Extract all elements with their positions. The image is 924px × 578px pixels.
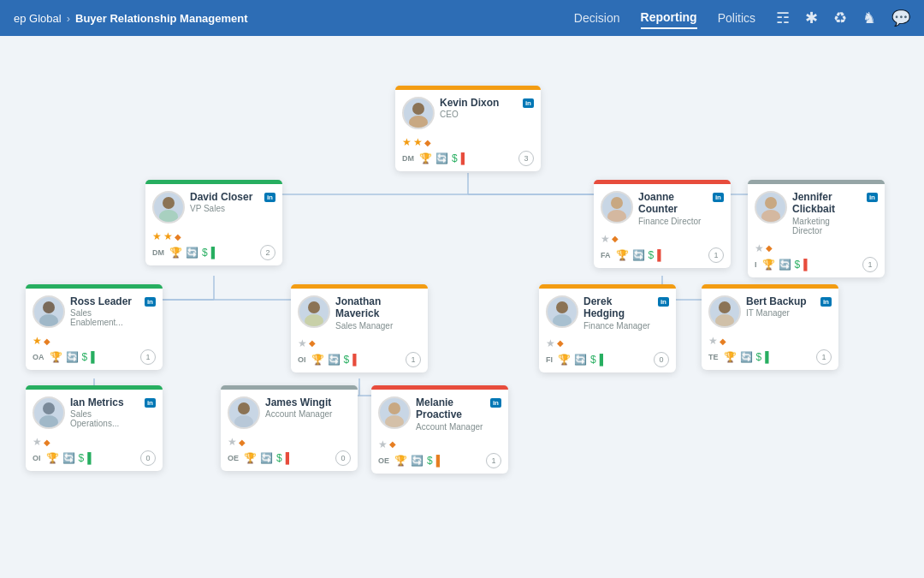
svg-point-35: [39, 314, 58, 326]
star-icon: ★: [402, 136, 412, 148]
avatar: [402, 97, 435, 129]
svg-point-32: [765, 197, 777, 209]
org-card-jennifer[interactable]: Jennifer Clickbait Marketing Director in…: [748, 180, 885, 277]
bar-icon: ▌: [461, 152, 469, 164]
org-card-kevin[interactable]: Kevin Dixon CEO in ★ ★ ◆ DM 🏆 🔄 $ ▌ 3: [395, 86, 541, 171]
card-code: DM: [402, 154, 414, 163]
card-stars: ★ ◆: [291, 336, 428, 349]
linkedin-button[interactable]: in: [264, 193, 275, 202]
card-code: OE: [228, 454, 239, 462]
svg-point-36: [308, 301, 320, 313]
dollar-icon: $: [202, 247, 208, 259]
card-stars: ★ ★ ◆: [145, 229, 282, 242]
org-card-jonathan[interactable]: Jonathan Maverick Sales Manager ★ ◆ OI 🏆…: [291, 284, 428, 372]
card-body: Melanie Proactive Account Manager in: [371, 390, 508, 437]
card-code: DM: [152, 248, 164, 257]
linkedin-button[interactable]: in: [490, 398, 501, 408]
refresh-icon: 🔄: [632, 249, 645, 261]
count-badge: 0: [140, 450, 156, 466]
card-code: FA: [601, 251, 611, 259]
dollar-icon: $: [756, 351, 762, 363]
chat-icon[interactable]: 💬: [891, 9, 910, 27]
diamond-icon: ◆: [557, 338, 564, 348]
card-stars: ★ ◆: [371, 437, 508, 450]
org-card-bert[interactable]: Bert Backup IT Manager in ★ ◆ TE 🏆 🔄 $ ▌…: [702, 284, 838, 370]
trophy-icon: 🏆: [419, 152, 432, 164]
asterisk-icon[interactable]: ✱: [805, 9, 818, 27]
breadcrumb-root[interactable]: ep Global: [14, 12, 62, 25]
nav-reporting[interactable]: Reporting: [641, 7, 697, 29]
org-card-ian[interactable]: Ian Metrics Sales Operations... in ★ ◆ O…: [26, 385, 163, 471]
count-badge: 3: [518, 151, 534, 166]
star-icon: ★: [708, 335, 718, 347]
bar-icon: ▌: [91, 351, 98, 363]
card-name: Ross Leader: [70, 295, 139, 307]
card-stars: ★ ◆: [26, 333, 163, 347]
bar-icon: ▌: [657, 249, 665, 261]
svg-point-42: [43, 402, 55, 414]
card-info: Melanie Proactive Account Manager: [416, 396, 485, 432]
star-icon: ★: [298, 337, 307, 349]
avatar: [228, 396, 260, 429]
card-stars: ★ ★ ◆: [395, 134, 541, 148]
card-stars: ★ ◆: [221, 434, 358, 448]
chess-icon[interactable]: ♞: [862, 9, 876, 27]
card-title: IT Manager: [746, 308, 815, 318]
org-card-james[interactable]: James Wingit Account Manager ★ ◆ OE 🏆 🔄 …: [221, 385, 358, 471]
svg-point-45: [234, 415, 253, 427]
dollar-icon: $: [344, 354, 350, 366]
linkedin-button[interactable]: in: [820, 297, 832, 307]
org-card-melanie[interactable]: Melanie Proactive Account Manager in ★ ◆…: [371, 385, 508, 474]
trophy-icon: 🏆: [558, 354, 571, 366]
linkedin-button[interactable]: in: [713, 193, 724, 202]
card-actions: DM 🏆 🔄 $ ▌ 2: [145, 242, 282, 265]
svg-point-27: [409, 116, 428, 128]
card-info: Bert Backup IT Manager: [746, 295, 815, 318]
nav-politics[interactable]: Politics: [718, 8, 755, 28]
dollar-icon: $: [590, 354, 596, 366]
card-info: Ross Leader Sales Enablement...: [70, 295, 139, 327]
star-icon: ★: [378, 438, 388, 450]
svg-point-33: [761, 210, 780, 222]
nav-decision[interactable]: Decision: [574, 8, 620, 28]
org-card-ross[interactable]: Ross Leader Sales Enablement... in ★ ◆ O…: [26, 284, 163, 370]
org-chart-canvas: Kevin Dixon CEO in ★ ★ ◆ DM 🏆 🔄 $ ▌ 3: [0, 36, 924, 578]
card-name: Ian Metrics: [70, 396, 139, 408]
trophy-icon: 🏆: [169, 247, 182, 259]
org-card-david[interactable]: David Closer VP Sales in ★ ★ ◆ DM 🏆 🔄 $ …: [145, 180, 282, 265]
refresh-icon: 🔄: [62, 452, 75, 464]
card-body: Ross Leader Sales Enablement... in: [26, 289, 163, 333]
card-name: Jennifer Clickbait: [792, 191, 862, 216]
breadcrumb-current[interactable]: Buyer Relationship Management: [75, 12, 248, 25]
linkedin-button[interactable]: in: [145, 297, 156, 307]
refresh-icon: 🔄: [260, 452, 273, 464]
recycle-icon[interactable]: ♻: [833, 9, 847, 27]
star-icon: ★: [601, 233, 610, 245]
avatar: [708, 295, 741, 328]
trophy-icon: 🏆: [394, 455, 407, 467]
svg-point-26: [412, 103, 424, 115]
svg-point-40: [719, 301, 731, 313]
card-code: OE: [378, 456, 389, 465]
svg-point-30: [611, 197, 623, 209]
linkedin-button[interactable]: in: [523, 98, 534, 108]
linkedin-button[interactable]: in: [145, 398, 156, 408]
card-info: Joanne Counter Finance Director: [638, 191, 708, 226]
avatar: [33, 295, 65, 328]
card-body: David Closer VP Sales in: [145, 184, 282, 229]
org-card-joanne[interactable]: Joanne Counter Finance Director in ★ ◆ F…: [594, 180, 731, 268]
diamond-icon: ◆: [766, 243, 773, 253]
linkedin-button[interactable]: in: [867, 193, 878, 202]
refresh-icon: 🔄: [779, 259, 791, 271]
org-card-derek[interactable]: Derek Hedging Finance Manager in ★ ◆ FI …: [539, 284, 676, 372]
card-stars: ★ ◆: [26, 434, 163, 448]
refresh-icon: 🔄: [574, 354, 587, 366]
card-title: Finance Director: [638, 217, 708, 226]
card-info: Kevin Dixon CEO: [440, 97, 518, 119]
bar-icon: ▌: [436, 455, 444, 467]
card-info: James Wingit Account Manager: [265, 396, 351, 419]
svg-point-44: [238, 402, 250, 414]
bar-chart-icon[interactable]: ☶: [776, 9, 790, 27]
linkedin-button[interactable]: in: [658, 297, 669, 307]
trophy-icon: 🏆: [724, 351, 737, 363]
